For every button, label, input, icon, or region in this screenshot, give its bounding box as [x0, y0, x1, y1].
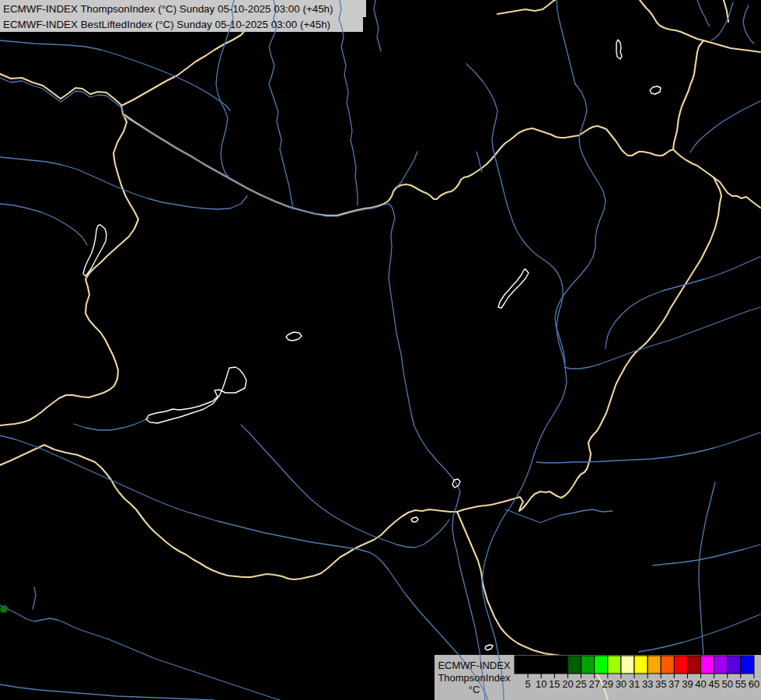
legend-unit-label: °C [469, 684, 480, 695]
legend-scale-tick-label: 39 [682, 678, 693, 690]
legend-scale-cell [728, 656, 741, 674]
legend-scale-cell [581, 656, 595, 674]
legend-scale-tick-label: 35 [655, 678, 666, 690]
legend-index-label: ThompsonIndex [438, 672, 511, 684]
legend-model-label: ECMWF-INDEX [438, 660, 510, 671]
legend-scale-tick-label: 50 [722, 678, 733, 690]
legend-scale-cell [648, 656, 661, 674]
legend-scale-tick-label: 55 [735, 678, 746, 690]
legend-scale-cell [674, 656, 687, 674]
legend-scale-cell [714, 656, 728, 674]
weather-map-canvas: 51015202527293031333537394045505560 ECMW… [0, 0, 761, 700]
legend-scale-tick-label: 27 [588, 678, 599, 690]
map-title-primary: ECMWF-INDEX ThompsonIndex (°C) Sunday 05… [3, 3, 333, 15]
legend-scale-cell [634, 656, 648, 674]
legend-scale-tick-label: 25 [575, 678, 586, 690]
legend-scale-cell [687, 656, 700, 674]
legend-scale-tick-label: 45 [708, 678, 719, 690]
legend-scale-tick-label: 33 [642, 678, 653, 690]
legend-scale-cell [701, 656, 714, 674]
legend-scale-tick-label: 60 [749, 678, 759, 690]
legend-scale-tick-label: 29 [602, 678, 613, 690]
legend-scale-tick-label: 30 [616, 678, 627, 690]
legend-scale-cell [595, 656, 608, 674]
legend-scale-cell [741, 656, 754, 674]
legend-scale-cell [608, 656, 621, 674]
legend-scale-tick-label: 15 [549, 678, 560, 690]
legend-scale-cell [528, 656, 541, 674]
legend-color-scale: 51015202527293031333537394045505560 [515, 656, 759, 690]
legend-scale-tick-label: 20 [562, 678, 573, 690]
legend-scale-cell [567, 656, 581, 674]
map-background [0, 0, 761, 700]
map-title-secondary: ECMWF-INDEX BestLiftedIndex (°C) Sunday … [3, 19, 330, 30]
legend-scale-tick-label: 37 [668, 678, 679, 690]
legend-scale-tick-label: 31 [629, 678, 640, 690]
legend-scale-cell [661, 656, 674, 674]
legend-scale-tick-label: 10 [536, 678, 546, 690]
legend-scale-cell [621, 656, 634, 674]
legend-scale-tick-label: 5 [525, 678, 530, 690]
legend-scale-cell [541, 656, 554, 674]
legend-scale-cell [515, 656, 528, 674]
legend-scale-tick-label: 40 [695, 678, 706, 690]
legend-scale-cell [554, 656, 567, 674]
weather-map-screenshot: 51015202527293031333537394045505560 ECMW… [0, 0, 761, 700]
